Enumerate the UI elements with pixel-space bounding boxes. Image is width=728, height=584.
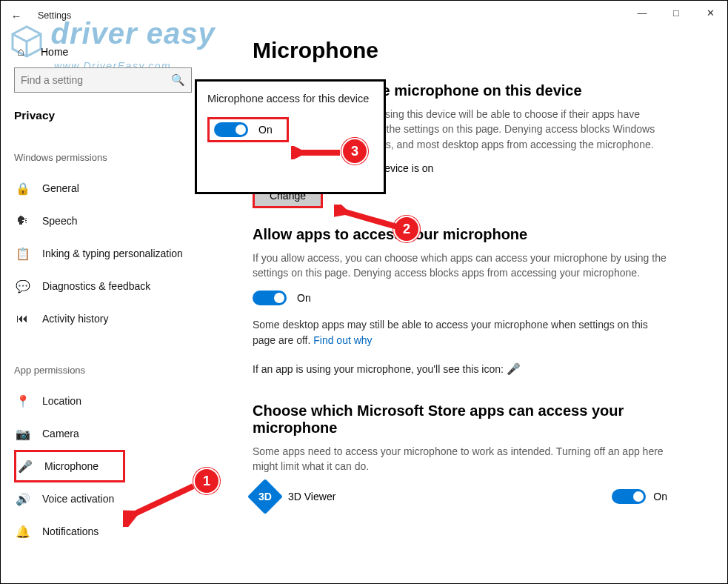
sidebar-item-label: Microphone [44,460,98,472]
clipboard-icon: 📋 [16,247,29,261]
sidebar-item-label: Camera [42,428,79,439]
section2-body: If you allow access, you can choose whic… [253,250,667,281]
sidebar-item-location[interactable]: 📍Location [14,385,233,417]
section2-iconline: If an app is using your microphone, you'… [253,361,667,377]
sidebar-item-label: Voice activation [42,493,114,505]
sidebar-item-diagnostics[interactable]: 💬Diagnostics & feedback [14,270,233,302]
app-3dviewer-icon: 3D [247,479,283,514]
section3-body: Some apps need to access your microphone… [253,444,667,474]
annotation-badge-2: 2 [393,216,420,242]
device-access-toggle[interactable] [214,122,248,137]
app-3dviewer-toggle-state: On [653,491,667,502]
apps-access-toggle-row: On [253,291,697,305]
sidebar-item-label: General [42,182,79,194]
sidebar-item-label: Location [42,395,81,407]
app-3dviewer-label: 3D Viewer [288,491,335,502]
home-label: Home [41,46,68,58]
section2-note-text: Some desktop apps may still be able to a… [253,319,648,345]
home-icon: ⌂ [14,45,27,59]
sidebar-item-label: Inking & typing personalization [42,248,183,259]
nav-app-permissions: 📍Location 📷Camera 🎤Microphone 🔊Voice act… [14,385,233,548]
lock-icon: 🔒 [16,182,29,196]
annotation-badge-1: 1 [193,468,220,494]
window-title: Settings [38,10,71,21]
section-heading-apps: App permissions [14,365,233,376]
speech-icon: 🗣 [16,214,29,228]
search-input[interactable] [21,74,161,86]
annotation-badge-3: 3 [341,138,368,165]
close-button[interactable]: ✕ [693,1,727,24]
location-icon: 📍 [16,394,29,408]
sidebar-item-label: Diagnostics & feedback [42,280,150,292]
history-icon: ⏮ [16,312,29,325]
sidebar-item-notifications[interactable]: 🔔Notifications [14,515,233,548]
search-icon: 🔍 [171,73,185,87]
section2-iconline-text: If an app is using your microphone, you'… [253,363,504,375]
home-link[interactable]: ⌂ Home [14,42,233,67]
popup-title: Microphone access for this device [207,92,373,107]
app-row-3dviewer: 3D 3D Viewer On [253,484,697,509]
find-out-why-link[interactable]: Find out why [313,334,372,346]
voice-icon: 🔊 [16,492,29,506]
back-button[interactable]: ← [5,10,27,22]
section3-title: Choose which Microsoft Store apps can ac… [253,402,697,437]
sidebar-item-label: Activity history [42,313,108,325]
app-3dviewer-toggle[interactable] [612,489,646,504]
nav-windows-permissions: 🔒General 🗣Speech 📋Inking & typing person… [14,172,233,335]
sidebar-item-microphone[interactable]: 🎤Microphone [14,450,125,482]
window-controls: ― □ ✕ [625,1,727,24]
feedback-icon: 💬 [16,279,29,293]
sidebar-item-activity[interactable]: ⏮Activity history [14,302,233,335]
section2-title: Allow apps to access your microphone [253,226,697,243]
minimize-button[interactable]: ― [625,1,659,24]
sidebar-item-label: Notifications [42,525,98,537]
bell-icon: 🔔 [16,525,29,539]
sidebar-item-speech[interactable]: 🗣Speech [14,205,233,237]
microphone-icon: 🎤 [18,459,31,474]
camera-icon: 📷 [16,427,29,441]
maximize-button[interactable]: □ [659,1,693,24]
section2-note: Some desktop apps may still be able to a… [253,317,667,348]
sidebar-item-inking[interactable]: 📋Inking & typing personalization [14,237,233,270]
page-title: Microphone [253,38,697,63]
titlebar: ← Settings ― □ ✕ [1,1,727,30]
apps-access-toggle-state: On [297,292,311,304]
apps-access-toggle[interactable] [253,291,287,305]
device-access-popup: Microphone access for this device On [195,79,386,194]
sidebar-item-camera[interactable]: 📷Camera [14,417,233,450]
microphone-status-icon: 🎤 [507,362,521,375]
sidebar-item-label: Speech [42,215,77,227]
device-access-toggle-state: On [258,124,273,136]
popup-toggle-row: On [207,117,289,142]
search-box[interactable]: 🔍 [14,67,192,93]
